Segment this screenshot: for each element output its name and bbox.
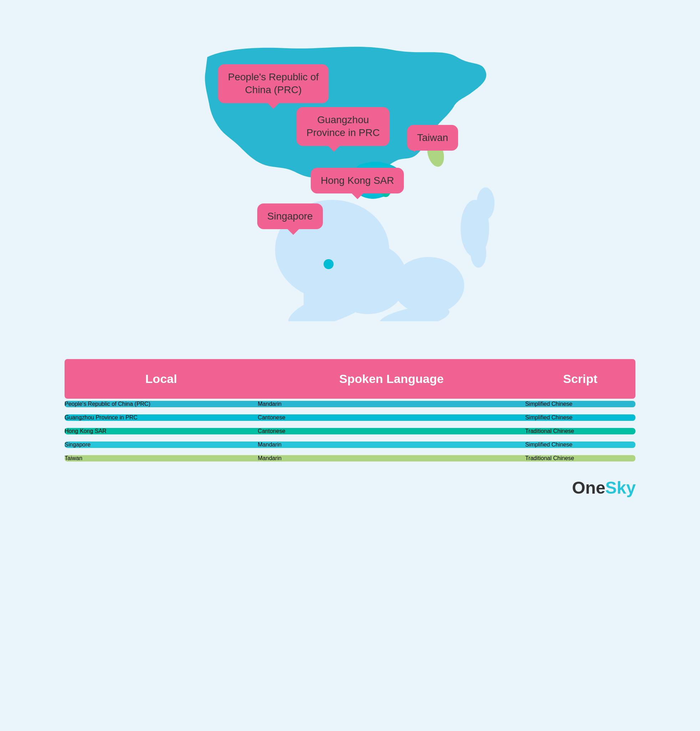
- data-table: Local Spoken Language Script People's Re…: [64, 357, 636, 464]
- bubble-prc: People's Republic of China (PRC): [218, 64, 329, 103]
- cell-local: Hong Kong SAR: [64, 428, 258, 434]
- bubble-guangzhou: Guangzhou Province in PRC: [296, 107, 390, 146]
- svg-point-9: [471, 239, 486, 268]
- logo-one: One: [572, 478, 605, 497]
- logo-sky: Sky: [605, 478, 636, 497]
- table-row: SingaporeMandarinSimplified Chinese: [64, 442, 636, 448]
- cell-local: Guangzhou Province in PRC: [64, 414, 258, 421]
- map-section: People's Republic of China (PRC) Guangzh…: [0, 14, 700, 336]
- cell-spoken: Cantonese: [258, 414, 525, 421]
- table-header-row: Local Spoken Language Script: [64, 359, 636, 399]
- page-container: People's Republic of China (PRC) Guangzh…: [0, 0, 700, 519]
- cell-script: Simplified Chinese: [525, 414, 636, 421]
- cell-local: Singapore: [64, 442, 258, 448]
- cell-script: Traditional Chinese: [525, 428, 636, 434]
- cell-spoken: Mandarin: [258, 442, 525, 448]
- header-script: Script: [525, 359, 636, 399]
- cell-script: Traditional Chinese: [525, 455, 636, 461]
- cell-script: Simplified Chinese: [525, 401, 636, 407]
- table-row: TaiwanMandarinTraditional Chinese: [64, 455, 636, 461]
- svg-point-8: [477, 187, 495, 220]
- table-section: Local Spoken Language Script People's Re…: [64, 357, 636, 464]
- cell-spoken: Mandarin: [258, 401, 525, 407]
- svg-point-4: [393, 257, 464, 314]
- logo-section: OneSky: [0, 478, 700, 498]
- header-spoken: Spoken Language: [258, 359, 525, 399]
- cell-spoken: Cantonese: [258, 428, 525, 434]
- cell-local: People's Republic of China (PRC): [64, 401, 258, 407]
- bubble-singapore: Singapore: [257, 204, 323, 229]
- svg-point-12: [324, 259, 334, 269]
- cell-script: Simplified Chinese: [525, 442, 636, 448]
- map-svg-container: People's Republic of China (PRC) Guangzh…: [136, 29, 564, 321]
- bubble-hk: Hong Kong SAR: [311, 168, 404, 194]
- table-row: People's Republic of China (PRC)Mandarin…: [64, 401, 636, 407]
- cell-spoken: Mandarin: [258, 455, 525, 461]
- header-local: Local: [64, 359, 258, 399]
- table-row: Hong Kong SARCantoneseTraditional Chines…: [64, 428, 636, 434]
- table-row: Guangzhou Province in PRCCantoneseSimpli…: [64, 414, 636, 421]
- cell-local: Taiwan: [64, 455, 258, 461]
- bubble-taiwan: Taiwan: [407, 125, 458, 151]
